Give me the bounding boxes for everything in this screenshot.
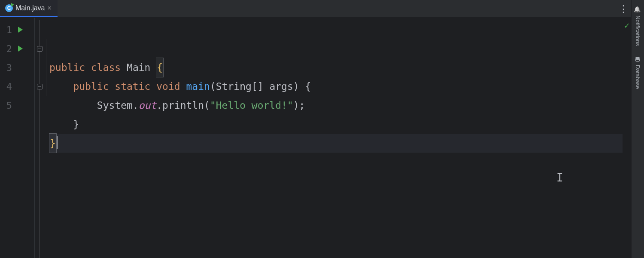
editor-body: 12345 public class Main { public static … xyxy=(0,18,631,258)
db-icon xyxy=(635,56,641,62)
token xyxy=(49,77,73,96)
token: "Hello world!" xyxy=(210,96,293,115)
code-line[interactable]: } xyxy=(49,134,623,153)
code-line[interactable]: public class Main { xyxy=(49,58,623,77)
text-cursor-icon: I xyxy=(556,168,563,187)
bell-icon xyxy=(634,6,642,13)
token: ); xyxy=(293,96,305,115)
line-number: 4 xyxy=(5,81,12,92)
line-number: 2 xyxy=(5,43,12,54)
token: .println( xyxy=(156,96,210,115)
fold-handle-icon[interactable] xyxy=(37,46,43,52)
indent-cell xyxy=(44,39,48,58)
token xyxy=(57,136,58,149)
right-tool-sidebar: NotificationsDatabase xyxy=(631,0,644,258)
tool-label: Notifications xyxy=(635,15,641,46)
indent-cell xyxy=(44,58,48,77)
run-icon[interactable] xyxy=(18,46,23,52)
line-number: 1 xyxy=(5,25,12,35)
token: System. xyxy=(97,96,139,115)
line-number: 5 xyxy=(5,100,12,111)
kebab-icon xyxy=(619,3,628,14)
gutter-row[interactable]: 3 xyxy=(0,58,34,77)
token: { xyxy=(156,58,164,77)
code-line[interactable]: System.out.println("Hello world!"); xyxy=(49,96,623,115)
code-line[interactable]: public static void main(String[] args) { xyxy=(49,77,623,96)
token: class xyxy=(91,58,127,77)
token: public xyxy=(73,77,115,96)
run-icon[interactable] xyxy=(18,27,23,33)
fold-column xyxy=(35,18,44,258)
token: static xyxy=(115,77,156,96)
token xyxy=(49,115,73,134)
token: Main xyxy=(127,58,156,77)
checkmark-icon: ✓ xyxy=(624,20,629,258)
file-tab-label: Main.java xyxy=(15,4,45,12)
indent-guides xyxy=(44,18,48,258)
token: } xyxy=(73,115,79,134)
gutter-row[interactable]: 1 xyxy=(0,20,34,39)
fold-handle-icon[interactable] xyxy=(37,84,43,89)
line-number: 3 xyxy=(5,62,12,73)
token: (String[] args) { xyxy=(210,77,311,96)
token xyxy=(49,96,97,115)
tool-label: Database xyxy=(635,65,641,89)
token: out xyxy=(139,96,157,115)
java-run-icon: C xyxy=(5,4,13,12)
file-tab-main[interactable]: C Main.java × xyxy=(0,0,58,17)
gutter: 12345 xyxy=(0,18,34,258)
tool-notifications[interactable]: Notifications xyxy=(634,4,642,48)
tabs-bar: C Main.java × xyxy=(0,0,631,18)
token: void xyxy=(156,77,186,96)
token: } xyxy=(49,133,57,153)
indent-cell xyxy=(44,96,48,115)
tabs-overflow-menu[interactable] xyxy=(616,0,631,17)
inspection-strip[interactable]: ✓ xyxy=(623,18,631,258)
close-icon[interactable]: × xyxy=(47,5,51,12)
indent-cell xyxy=(44,77,48,96)
code-area[interactable]: public class Main { public static void m… xyxy=(48,18,623,258)
token: public xyxy=(49,58,91,77)
code-line[interactable]: } xyxy=(49,115,623,134)
token: main xyxy=(186,77,210,96)
gutter-row[interactable]: 5 xyxy=(0,96,34,115)
tool-database[interactable]: Database xyxy=(635,55,641,91)
gutter-row[interactable]: 2 xyxy=(0,39,34,58)
gutter-row[interactable]: 4 xyxy=(0,77,34,96)
indent-cell xyxy=(44,20,48,39)
